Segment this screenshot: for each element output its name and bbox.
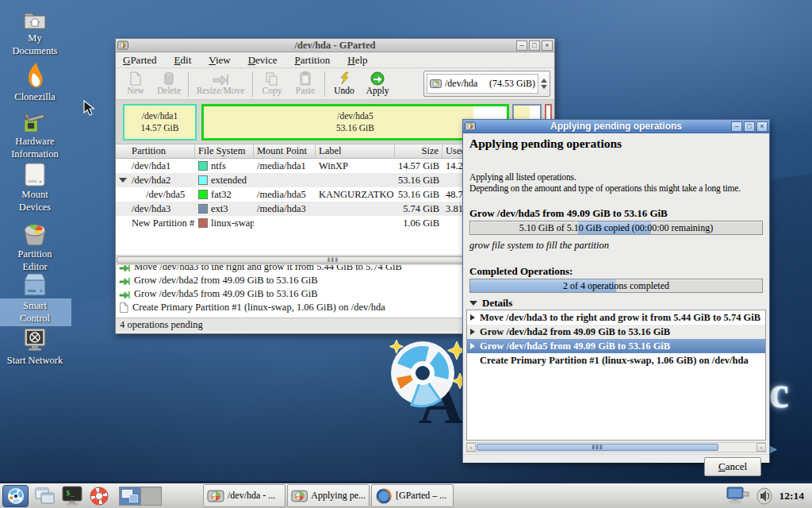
expander-closed-icon[interactable] [470,314,475,321]
operation-text: Grow /dev/hda2 from 49.09 GiB to 53.16 G… [134,275,318,287]
resize-move-label: Resize/Move [197,86,245,95]
gparted-icon [207,489,224,503]
task-label: [GParted – ... [396,490,446,502]
new-page-icon [129,71,142,86]
gparted-icon [291,489,308,503]
taskbar: $_ /dev/hda - ... Applying pe... [GParte… [0,481,812,508]
menu-help[interactable]: Help [347,54,367,67]
desktop-icon-start-network[interactable]: Start Network [0,327,70,368]
resize-move-button[interactable]: Resize/Move [191,70,250,95]
task-firefox[interactable]: [GParted – ... [371,484,454,507]
gparted-titlebar[interactable]: /dev/hda - GParted – □ × [116,39,554,52]
workspace-2[interactable] [140,487,161,505]
svg-text:$_: $_ [66,489,75,497]
menu-partition[interactable]: Partition [295,54,331,67]
detail-text: Grow /dev/hda5 from 49.09 GiB to 53.16 G… [480,341,670,352]
fs-color-swatch [198,190,208,199]
desktop-icon-mount-devices[interactable]: Mount Devices [0,163,70,214]
partition-size: 53.16 GiB [395,189,442,201]
header-size[interactable]: Size [395,144,442,159]
desktop-icon-label: Start Network [0,355,70,368]
header-label[interactable]: Label [316,144,395,159]
menu-device[interactable]: Device [248,54,278,67]
task-gparted-main[interactable]: /dev/hda - ... [203,484,285,507]
desktop-icon-my-documents[interactable]: My Documents [0,10,70,57]
device-selector[interactable]: /dev/hda (74.53 GiB) [423,71,550,97]
mount-point: /media/hda3 [254,203,316,215]
new-button[interactable]: New [119,70,152,95]
scroll-right-icon[interactable]: › [756,443,766,452]
close-button[interactable]: × [756,121,768,132]
desktop-icon-hardware-information[interactable]: Hardware Information [0,111,70,160]
menu-gparted[interactable]: GParted [123,54,157,67]
minimize-button[interactable]: – [731,121,742,132]
scrollbar-thumb[interactable]: ▮▮▮ [477,444,718,451]
header-partition[interactable]: Partition [116,144,195,159]
gparted-menubar: GParted Edit View Device Partition Help [116,52,554,68]
workspace-window [129,495,138,502]
expander-closed-icon[interactable] [470,329,475,335]
detail-item[interactable]: Move /dev/hda3 to the right and grow it … [467,310,765,325]
toolbar-separator [188,71,189,97]
device-drive-icon [430,79,442,89]
help-launcher[interactable] [87,485,111,507]
expander-closed-icon[interactable] [470,343,475,349]
fs-color-swatch [198,204,208,214]
partition-name: New Partition #1 [116,217,195,229]
desktop-icon-label: Partition Editor [0,248,70,273]
task-applying-dialog[interactable]: Applying pe... [287,484,370,507]
details-expander[interactable]: Details [469,297,512,310]
visual-partition-hda1[interactable]: /dev/hda1 14.57 GiB [123,104,197,140]
file-manager-launcher[interactable] [33,485,57,507]
close-button[interactable]: × [542,40,553,51]
dialog-body: Applying pending operations Applying all… [463,133,769,463]
undo-button[interactable]: Undo [327,70,361,95]
detail-item[interactable]: Grow /dev/hda2 from 49.09 GiB to 53.16 G… [467,325,765,339]
device-selector-spinner[interactable] [541,79,547,89]
delete-button[interactable]: Delete [152,70,186,95]
new-label: New [127,86,144,95]
fs-color-swatch [198,161,208,171]
expander-open-icon[interactable] [119,178,127,183]
maximize-button[interactable]: □ [744,121,755,132]
workspace-1-active[interactable] [120,487,140,505]
terminal-launcher[interactable]: $_ [60,485,84,507]
fs-name: fat32 [211,189,232,201]
volume-tray-icon[interactable] [756,487,773,506]
start-menu-button[interactable] [2,485,29,507]
detail-item[interactable]: Create Primary Partition #1 (linux-swap,… [467,353,765,368]
desktop-icon-clonezilla[interactable]: Clonezilla [0,62,70,104]
details-horizontal-scrollbar[interactable]: ‹ ▮▮▮ › [466,442,766,452]
minimize-button[interactable]: – [516,40,527,51]
terminal-icon: $_ [61,486,83,506]
paste-button[interactable]: Paste [289,70,322,95]
apply-button[interactable]: Apply [361,70,394,95]
mouse-cursor [82,100,97,116]
taskbar-clock[interactable]: 12:14 [779,490,805,502]
task-label: /dev/hda - ... [228,490,275,502]
display-tray-icon[interactable] [726,486,749,506]
visual-hda5-name: /dev/hda5 [337,110,373,122]
cancel-button[interactable]: Cancel [704,457,761,476]
maximize-button[interactable]: □ [529,40,540,51]
scroll-left-icon[interactable]: ‹ [466,443,476,452]
dialog-titlebar[interactable]: Applying pending operations – □ × [463,120,769,133]
detail-item-selected[interactable]: Grow /dev/hda5 from 49.09 GiB to 53.16 G… [467,339,765,353]
completed-progress-text: 2 of 4 operations completed [470,279,762,292]
workspace-switcher[interactable] [119,487,162,506]
windows-icon [35,487,56,506]
menu-edit[interactable]: Edit [174,54,192,67]
header-mount-point[interactable]: Mount Point [254,144,316,159]
details-label: Details [482,297,512,310]
operation-text: Grow /dev/hda5 from 49.09 GiB to 53.16 G… [134,288,318,300]
partition-editor-icon [0,222,70,246]
dialog-title: Applying pending operations [463,121,769,132]
copy-button[interactable]: Copy [255,70,289,95]
header-filesystem[interactable]: File System [195,144,254,159]
fs-name: ext3 [211,203,228,215]
desktop-icon-smart-control[interactable]: Smart Control [0,272,70,325]
desktop-icon-partition-editor[interactable]: Partition Editor [0,222,70,273]
expander-open-icon [469,301,477,306]
current-operation-title: Grow /dev/hda5 from 49.09 GiB to 53.16 G… [469,207,668,220]
menu-view[interactable]: View [209,54,230,67]
